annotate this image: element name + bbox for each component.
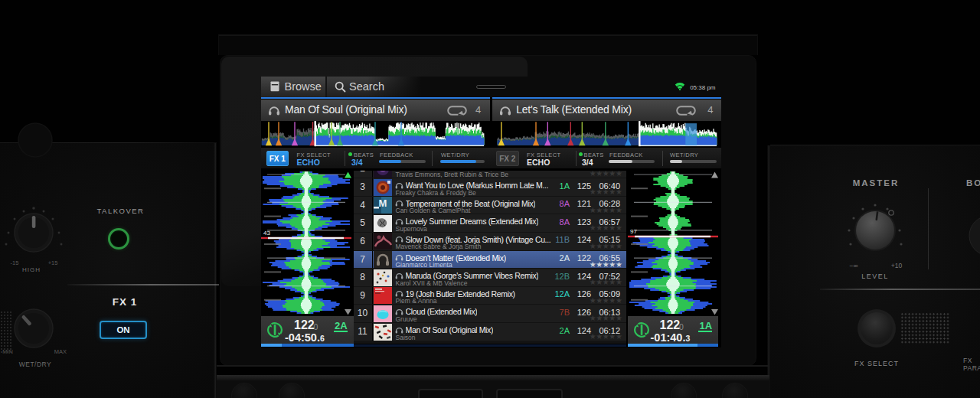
svg-text:97: 97 xyxy=(630,228,637,235)
svg-text:43: 43 xyxy=(263,230,270,237)
svg-text:M: M xyxy=(379,197,387,209)
